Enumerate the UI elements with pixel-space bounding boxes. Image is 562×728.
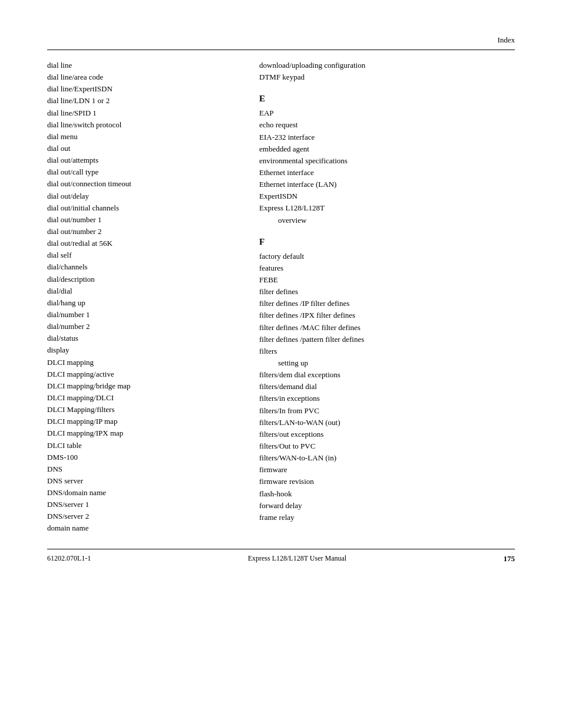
list-item: DLCI mapping/bridge map [47,380,236,392]
list-item: filters/Out to PVC [259,440,515,452]
header-title: Index [497,35,515,45]
list-item: filters [259,345,515,357]
page: Index dial linedial line/area codedial l… [0,0,562,728]
list-item: overview [259,215,515,226]
list-item: dial out/redial at 56K [47,238,236,249]
list-item: DLCI mapping [47,357,236,368]
footer-doc-number: 61202.070L1-1 [47,554,91,563]
list-item: dial line [47,60,236,71]
list-item: dial line/ExpertISDN [47,83,236,95]
list-item: DNS [47,463,236,475]
list-item: firmware revision [259,476,515,487]
list-item: dial line/SPID 1 [47,107,236,119]
list-item: Ethernet interface (LAN) [259,179,515,190]
list-item: dial/number 2 [47,321,236,332]
list-item: DNS server [47,475,236,487]
list-item: dial out/connection timeout [47,178,236,190]
list-item: setting up [259,357,515,369]
list-item: DTMF keypad [259,71,515,83]
list-item: domain name [47,522,236,534]
list-item: dial/status [47,332,236,344]
list-item: filter defines [259,286,515,298]
list-item: dial menu [47,131,236,143]
list-item: dial/dial [47,285,236,297]
list-item: embedded agent [259,143,515,155]
list-item: filters/LAN-to-WAN (out) [259,417,515,429]
list-item: dial out/number 2 [47,226,236,238]
list-item: EIA-232 interface [259,131,515,143]
list-item: DNS/server 2 [47,510,236,522]
list-item: DLCI mapping/DLCI [47,392,236,404]
list-item: DLCI mapping/active [47,368,236,380]
list-item: echo request [259,119,515,131]
section-letter: F [259,236,515,248]
list-item: forward delay [259,500,515,512]
list-item: filters/out exceptions [259,429,515,440]
left-column: dial linedial line/area codedial line/Ex… [47,60,236,535]
list-item: filters/in exceptions [259,393,515,404]
list-item: DLCI mapping/IP map [47,416,236,427]
list-item: dial out/call type [47,166,236,178]
page-header: Index [47,35,515,45]
list-item: dial/number 1 [47,309,236,321]
list-item: dial out [47,143,236,154]
list-item: EAP [259,107,515,119]
list-item: dial/hang up [47,297,236,309]
list-item: DLCI Mapping/filters [47,404,236,416]
list-item: DNS/server 1 [47,499,236,510]
section-letter: E [259,93,515,105]
list-item: DNS/domain name [47,487,236,499]
list-item: dial out/number 1 [47,214,236,226]
list-item: dial line/area code [47,71,236,83]
footer-rule [47,549,515,549]
list-item: Ethernet interface [259,167,515,179]
list-item: display [47,344,236,356]
list-item: FEBE [259,274,515,286]
list-item: filters/WAN-to-LAN (in) [259,452,515,464]
list-item: filter defines /MAC filter defines [259,322,515,334]
list-item: dial out/attempts [47,154,236,166]
list-item: environmental specifications [259,155,515,167]
list-item: flash-hook [259,488,515,500]
list-item: DLCI table [47,440,236,452]
list-item: dial self [47,249,236,261]
right-column: download/uploading configurationDTMF key… [259,60,515,535]
content-area: dial linedial line/area codedial line/Ex… [47,60,515,535]
list-item: firmware [259,464,515,476]
list-item: dial out/initial channels [47,202,236,214]
list-item: features [259,262,515,274]
list-item: dial line/LDN 1 or 2 [47,95,236,107]
list-item: dial/channels [47,261,236,273]
list-item: filter defines /IPX filter defines [259,309,515,321]
list-item: DMS-100 [47,452,236,463]
list-item: Express L128/L128T [259,202,515,214]
list-item: frame relay [259,512,515,523]
header-rule [47,50,515,50]
list-item: ExpertISDN [259,190,515,202]
list-item: dial line/switch protocol [47,119,236,131]
list-item: filter defines /pattern filter defines [259,334,515,345]
list-item: filters/demand dial [259,381,515,393]
list-item: dial out/delay [47,190,236,202]
list-item: filters/dem dial exceptions [259,369,515,381]
footer-page-number: 175 [504,554,515,564]
list-item: download/uploading configuration [259,60,515,71]
list-item: dial/description [47,274,236,285]
list-item: DLCI mapping/IPX map [47,427,236,439]
list-item: factory default [259,251,515,262]
page-footer: 61202.070L1-1 Express L128/L128T User Ma… [47,554,515,564]
list-item: filters/In from PVC [259,405,515,417]
list-item: filter defines /IP filter defines [259,298,515,309]
footer-manual-title: Express L128/L128T User Manual [248,554,346,563]
